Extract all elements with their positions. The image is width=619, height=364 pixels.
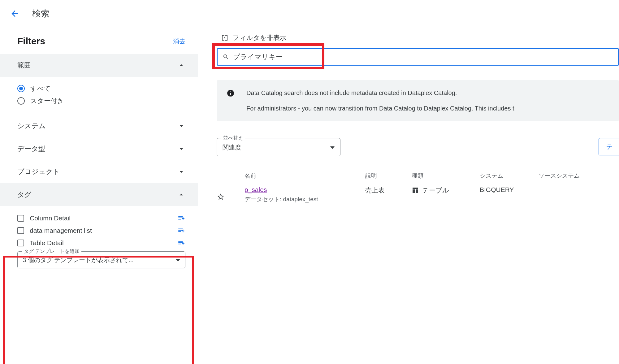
- column-system: システム: [480, 172, 539, 180]
- chevron-down-icon: [177, 122, 185, 130]
- add-tag-template-select[interactable]: タグ テンプレートを追加 3 個のタグ テンプレートが表示されて...: [17, 251, 185, 268]
- column-source: ソースシステム: [539, 172, 613, 180]
- tag-item-table-detail: Table Detail: [17, 239, 185, 247]
- fieldset-legend: タグ テンプレートを追加: [22, 248, 81, 255]
- back-arrow-icon[interactable]: [10, 9, 20, 19]
- sort-value: 関連度: [223, 143, 241, 152]
- info-line-2: For administrators - you can now transit…: [246, 104, 514, 113]
- star-icon[interactable]: [217, 193, 245, 201]
- select-value: 3 個のタグ テンプレートが表示されて...: [23, 256, 134, 264]
- hide-filters-label: フィルタを非表示: [233, 33, 286, 42]
- radio-label: すべて: [30, 84, 51, 93]
- filter-section-system[interactable]: システム: [0, 115, 198, 137]
- checkbox-row[interactable]: Table Detail: [17, 239, 64, 247]
- column-type: 種類: [412, 172, 480, 180]
- filter-section-label: タグ: [17, 190, 32, 199]
- radio-icon: [17, 85, 25, 92]
- table-type-icon: [412, 187, 419, 194]
- filter-section-label: 範囲: [17, 61, 31, 70]
- radio-label: スター付き: [30, 97, 64, 105]
- panel-collapse-icon: [221, 34, 228, 41]
- radio-scope-starred[interactable]: スター付き: [17, 97, 185, 105]
- playlist-add-icon[interactable]: [177, 214, 185, 222]
- page-title: 検索: [32, 8, 50, 20]
- clear-filters-link[interactable]: 消去: [173, 37, 185, 46]
- checkbox-label: data management list: [30, 227, 92, 234]
- table-row: p_sales データセット: dataplex_test 売上表 テーブル B…: [217, 183, 619, 206]
- filter-section-label: データ型: [17, 144, 45, 154]
- checkbox-label: Column Detail: [30, 214, 71, 222]
- tag-item-column-detail: Column Detail: [17, 214, 185, 222]
- info-icon: [227, 89, 235, 113]
- hide-filters-toggle[interactable]: フィルタを非表示: [221, 33, 619, 42]
- search-icon: [223, 54, 229, 60]
- info-banner: Data Catalog search does not include met…: [217, 80, 619, 121]
- result-type: テーブル: [422, 186, 449, 195]
- result-dataset: データセット: dataplex_test: [245, 195, 365, 203]
- radio-scope-all[interactable]: すべて: [17, 84, 185, 93]
- chevron-down-icon: [177, 168, 185, 176]
- tag-item-data-management-list: data management list: [17, 227, 185, 235]
- filter-section-project[interactable]: プロジェクト: [0, 160, 198, 183]
- text-cursor: [286, 53, 286, 61]
- filter-section-scope[interactable]: 範囲: [0, 54, 198, 77]
- action-button[interactable]: テ: [599, 138, 619, 155]
- chevron-down-icon: [177, 145, 185, 153]
- search-input[interactable]: プライマリキー: [233, 52, 619, 62]
- sort-select[interactable]: 並べ替え 関連度: [217, 138, 340, 156]
- filter-section-label: プロジェクト: [17, 167, 60, 176]
- dropdown-icon: [176, 259, 180, 262]
- result-name-link[interactable]: p_sales: [245, 186, 267, 193]
- checkbox-row[interactable]: Column Detail: [17, 214, 71, 222]
- filters-heading: Filters: [17, 36, 45, 46]
- chevron-up-icon: [177, 61, 185, 69]
- playlist-add-icon[interactable]: [177, 227, 185, 235]
- table-header: 名前 説明 種類 システム ソースシステム: [217, 169, 619, 183]
- chevron-up-icon: [177, 191, 185, 199]
- result-system: BIGQUERY: [480, 186, 539, 193]
- dropdown-icon: [330, 146, 335, 149]
- filter-section-label: システム: [17, 121, 46, 131]
- info-line-1: Data Catalog search does not include met…: [246, 89, 514, 97]
- checkbox-icon: [17, 215, 24, 222]
- sort-legend: 並べ替え: [221, 135, 245, 141]
- checkbox-label: Table Detail: [30, 239, 64, 247]
- column-desc: 説明: [365, 172, 412, 180]
- filter-section-tags[interactable]: タグ: [0, 183, 198, 206]
- column-name: 名前: [245, 172, 365, 180]
- checkbox-icon: [17, 240, 24, 246]
- search-field[interactable]: プライマリキー: [217, 48, 619, 66]
- checkbox-row[interactable]: data management list: [17, 227, 92, 234]
- radio-icon: [17, 97, 25, 105]
- checkbox-icon: [17, 227, 24, 234]
- results-table: 名前 説明 種類 システム ソースシステム p_sales データセット: da…: [217, 169, 619, 206]
- filter-section-datatype[interactable]: データ型: [0, 137, 198, 160]
- result-desc: 売上表: [365, 186, 412, 195]
- playlist-add-icon[interactable]: [177, 239, 185, 247]
